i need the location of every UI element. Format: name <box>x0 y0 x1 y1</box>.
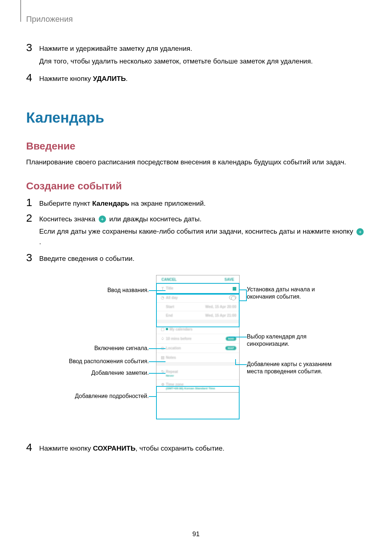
step-number: 4 <box>26 72 39 84</box>
row-label: Time zone <box>166 382 236 386</box>
callout-line <box>240 300 247 301</box>
callout-right-3: Добавление карты с указанием места прове… <box>247 361 341 376</box>
row-label: All day <box>166 296 229 300</box>
step-text: или дважды коснитесь даты. <box>109 215 201 223</box>
color-swatch <box>233 287 236 291</box>
step-text: Нажмите кнопку <box>39 75 93 82</box>
plus-icon: + <box>356 228 364 235</box>
callout-line <box>149 290 166 291</box>
row-label: Title <box>166 286 236 290</box>
create-step-3: 3 Введите сведения о событии. <box>26 252 366 264</box>
callout-left-1: Ввод названия. <box>54 287 149 294</box>
step-body: Выберите пункт Календарь на экране прило… <box>39 197 206 209</box>
step-body: Нажмите кнопку УДАЛИТЬ. <box>39 72 128 84</box>
bell-icon: ♤ <box>159 336 166 341</box>
event-editor-diagram: CANCEL SAVE T Title ◔ All day Start Wed,… <box>54 275 338 431</box>
callout-left-5: Добавление подробностей. <box>54 393 149 400</box>
callout-line <box>149 396 156 397</box>
callout-right-2: Выбор календаря для синхронизации. <box>247 333 341 348</box>
row-label: 10 mins before <box>166 337 226 341</box>
step-text: . <box>39 238 41 246</box>
callout-left-3: Ввод расположения события. <box>54 358 149 365</box>
row-label: Notes <box>166 356 236 360</box>
create-heading: Создание событий <box>26 180 366 192</box>
phone-row-title: T Title <box>156 284 239 293</box>
cancel-label: CANCEL <box>162 278 177 282</box>
calendar-icon: ▢ <box>159 327 166 332</box>
map-pill: MAP <box>225 346 236 350</box>
note-icon: ▤ <box>159 355 166 360</box>
phone-row-repeat: ↻ Repeat Never <box>156 362 239 379</box>
phone-row-location: ◎ Location MAP <box>156 343 239 353</box>
step-text: на экране приложений. <box>129 200 206 207</box>
dot-icon <box>166 328 168 330</box>
step-body: Коснитесь значка + или дважды коснитесь … <box>39 213 366 247</box>
step-number: 1 <box>26 197 39 209</box>
phone-row-end: End Wed, 15 Apr 21:00 <box>156 311 239 320</box>
row-label: Start <box>166 305 180 309</box>
step-bold-text: Календарь <box>92 200 129 207</box>
step-number: 2 <box>26 213 39 247</box>
create-step-4: 4 Нажмите кнопку СОХРАНИТЬ, чтобы сохран… <box>26 442 366 454</box>
step-bold-text: УДАЛИТЬ <box>93 75 126 82</box>
step-3-top: 3 Нажмите и удерживайте заметку для удал… <box>26 42 366 66</box>
row-label: End <box>166 313 180 317</box>
phone-row-reminder: ♤ 10 mins before ADD <box>156 334 239 343</box>
callout-line <box>229 337 247 337</box>
phone-row-allday: ◔ All day <box>156 293 239 302</box>
header-rule <box>20 0 21 22</box>
create-step-1: 1 Выберите пункт Календарь на экране при… <box>26 197 366 209</box>
step-number: 4 <box>26 442 39 454</box>
callout-line <box>149 348 166 349</box>
callout-line <box>235 359 236 365</box>
row-value: Wed, 15 Apr 20:00 <box>180 305 236 309</box>
callout-line <box>149 373 166 374</box>
step-text: Для того, чтобы удалить несколько замето… <box>39 56 313 67</box>
save-label: SAVE <box>225 278 234 282</box>
callout-left-4: Добавление заметки. <box>54 369 149 377</box>
callout-right-1: Установка даты начала и окончания событи… <box>247 286 341 301</box>
step-body: Введите сведения о событии. <box>39 252 134 264</box>
page-header: Приложения <box>26 15 366 24</box>
phone-mock: CANCEL SAVE T Title ◔ All day Start Wed,… <box>156 275 240 393</box>
callout-line <box>235 364 247 365</box>
intro-heading: Введение <box>26 140 366 152</box>
row-value: Never <box>166 374 174 377</box>
step-text: Если для даты уже сохранены какие-либо с… <box>39 227 355 235</box>
callout-left-2: Включение сигнала. <box>54 345 149 352</box>
step-number: 3 <box>26 42 39 66</box>
create-step-2: 2 Коснитесь значка + или дважды коснитес… <box>26 213 366 247</box>
phone-row-calendars: ▢ My calendars <box>156 320 239 334</box>
toggle-icon <box>229 295 236 300</box>
callout-line <box>149 361 166 362</box>
step-text: . <box>126 75 128 82</box>
callout-line <box>240 290 247 290</box>
step-number: 3 <box>26 252 39 264</box>
step-text: Нажмите и удерживайте заметку для удален… <box>39 44 313 54</box>
step-text: Коснитесь значка <box>39 215 97 223</box>
step-body: Нажмите и удерживайте заметку для удален… <box>39 42 313 66</box>
globe-icon: ⊕ <box>159 382 166 387</box>
page-content: Приложения 3 Нажмите и удерживайте замет… <box>0 0 392 454</box>
row-label: My calendars <box>170 327 236 331</box>
row-value: Wed, 15 Apr 21:00 <box>180 313 236 317</box>
row-label: Repeat <box>166 370 236 374</box>
phone-row-start: Start Wed, 15 Apr 20:00 <box>156 302 239 311</box>
step-4-top: 4 Нажмите кнопку УДАЛИТЬ. <box>26 72 366 84</box>
phone-topbar: CANCEL SAVE <box>156 275 239 284</box>
intro-text: Планирование своего расписания посредств… <box>26 157 366 168</box>
page-number: 91 <box>0 530 392 538</box>
plus-icon: + <box>99 216 106 223</box>
step-body: Нажмите кнопку СОХРАНИТЬ, чтобы сохранит… <box>39 442 224 454</box>
row-value: (GMT+09:00) Korean Standard Time <box>166 387 215 390</box>
phone-row-notes: ▤ Notes <box>156 353 239 362</box>
callout-line <box>246 290 247 301</box>
phone-row-tz: ⊕ Time zone (GMT+09:00) Korean Standard … <box>156 379 239 392</box>
step-text: Выберите пункт <box>39 200 92 207</box>
row-label: Location <box>166 346 225 350</box>
clock-icon: ◔ <box>159 295 166 300</box>
step-text-2: Если для даты уже сохранены какие-либо с… <box>39 226 366 247</box>
step-text: , чтобы сохранить событие. <box>135 444 224 452</box>
step-bold-text: СОХРАНИТЬ <box>93 444 135 452</box>
step-text: Нажмите кнопку <box>39 444 93 452</box>
